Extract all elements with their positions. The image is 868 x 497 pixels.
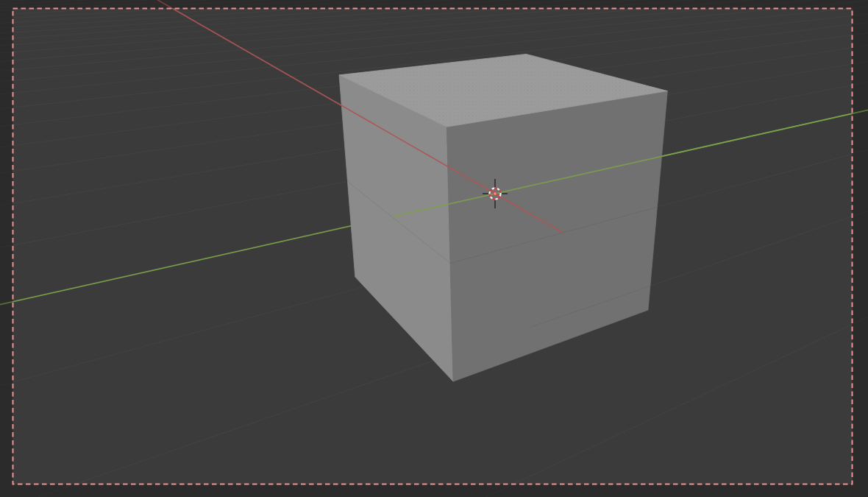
viewport-scene — [0, 0, 868, 497]
3d-viewport[interactable] — [0, 0, 868, 497]
cube-face-front-right — [447, 91, 667, 381]
